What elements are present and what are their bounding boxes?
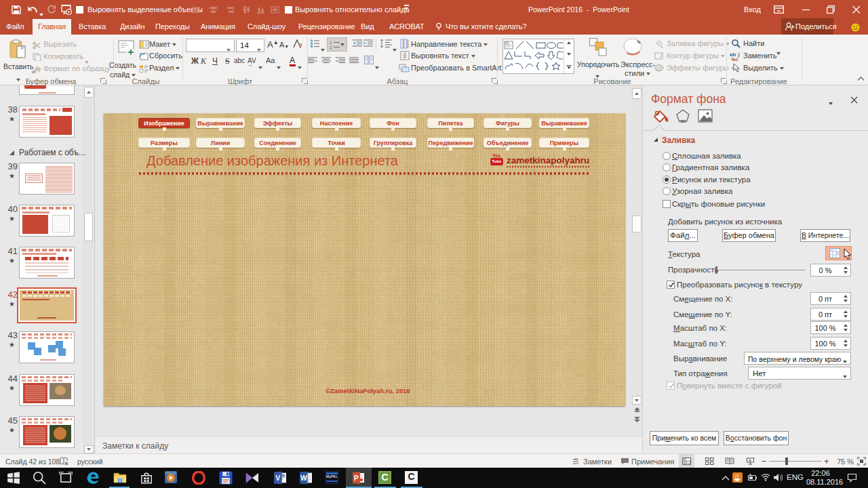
svg-text:ac: ac	[732, 56, 738, 61]
svg-text:2: 2	[330, 45, 332, 49]
svg-text:P: P	[354, 474, 359, 482]
svg-text:W: W	[300, 474, 307, 482]
svg-text:1: 1	[330, 41, 332, 45]
svg-text:V: V	[275, 474, 280, 482]
